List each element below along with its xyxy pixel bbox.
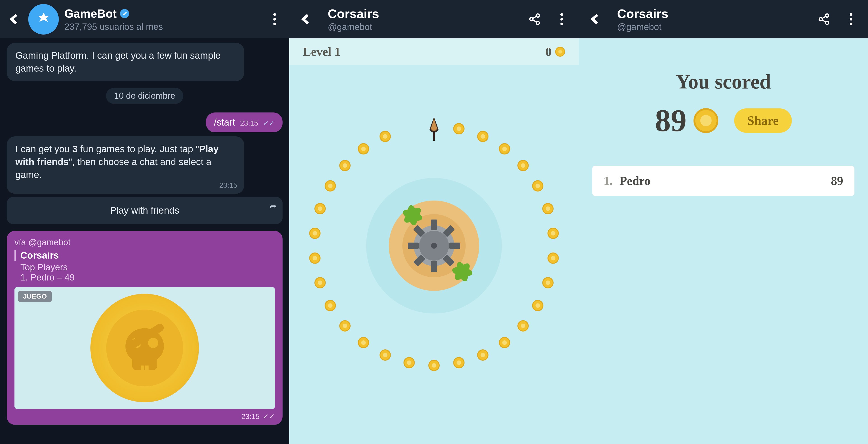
orbit-coin — [339, 160, 350, 171]
start-command: /start — [214, 117, 235, 128]
orbit-coin — [358, 143, 369, 155]
back-icon[interactable] — [588, 11, 603, 27]
svg-point-21 — [850, 18, 852, 21]
orbit-coin — [477, 131, 489, 142]
start-time: 23:15 — [240, 119, 258, 127]
orbit-coin — [339, 320, 350, 332]
header-title-block[interactable]: Corsairs @gamebot — [328, 6, 515, 32]
via-label: vía @gamebot — [14, 238, 275, 247]
svg-point-22 — [850, 23, 852, 25]
orbit-coin — [403, 357, 415, 368]
orbit-coin — [358, 337, 369, 348]
share-icon[interactable] — [527, 11, 542, 27]
game-preview[interactable]: JUEGO — [14, 287, 275, 409]
bot-subtitle: 237,795 usuarios al mes — [64, 22, 267, 32]
ship-icon — [423, 117, 445, 142]
rank: 1. — [603, 174, 613, 188]
island — [389, 201, 479, 291]
orbit-coin — [428, 360, 440, 371]
more-icon[interactable] — [267, 11, 283, 27]
more-icon[interactable] — [554, 11, 569, 27]
you-scored-label: You scored — [592, 70, 855, 93]
palm-tree-icon — [402, 205, 423, 226]
date-separator: 10 de diciembre — [106, 88, 183, 104]
orbit-coin — [379, 349, 391, 361]
orbit-coin — [453, 357, 465, 368]
score-body: You scored 89 Share 1. Pedro 89 — [579, 38, 868, 196]
bot-intro-message[interactable]: Gaming Platform. I can get you a few fun… — [7, 43, 244, 81]
card-time: 23:15 ✓✓ — [241, 412, 275, 421]
game-title: Corsairs — [14, 250, 275, 261]
orbit-coin — [532, 180, 544, 192]
coin-skull-icon — [90, 294, 199, 402]
palm-tree-icon — [452, 262, 472, 282]
score-panel: Corsairs @gamebot You scored 89 Share 1.… — [579, 0, 868, 444]
svg-point-9 — [560, 23, 563, 25]
orbit-coin — [477, 349, 489, 361]
score-line: 89 Share — [592, 102, 855, 139]
fortress-icon — [414, 226, 454, 266]
orbit-coin — [309, 228, 320, 239]
share-button[interactable]: Share — [734, 108, 792, 133]
chat-body: Gaming Platform. I can get you a few fun… — [0, 38, 289, 444]
instruction-time: 23:15 — [219, 180, 237, 190]
bot-name: GameBot — [64, 7, 117, 20]
svg-point-20 — [850, 13, 852, 16]
header-title-block[interactable]: Corsairs @gamebot — [617, 6, 805, 32]
svg-point-17 — [826, 14, 829, 17]
top-score-line: 1. Pedro – 49 — [14, 272, 275, 282]
current-score: 0 — [546, 45, 565, 59]
player-score: 89 — [831, 174, 843, 188]
game-level-panel: Corsairs @gamebot Level 1 0 — [289, 0, 579, 444]
bot-avatar[interactable] — [28, 4, 59, 35]
game-title: Corsairs — [617, 6, 805, 21]
svg-point-1 — [273, 18, 276, 21]
game-subtitle: @gamebot — [328, 22, 515, 32]
level-bar: Level 1 0 — [289, 38, 579, 65]
leaderboard-row[interactable]: 1. Pedro 89 — [592, 166, 855, 196]
play-with-friends-button[interactable]: Play with friends ➦ — [7, 197, 283, 224]
svg-point-4 — [536, 14, 539, 17]
orbit-coin — [548, 252, 559, 264]
svg-point-8 — [560, 18, 563, 21]
orbit-coin — [314, 203, 326, 214]
forward-icon[interactable]: ➦ — [270, 201, 277, 211]
player-name: Pedro — [620, 174, 831, 188]
game-badge: JUEGO — [18, 291, 52, 302]
orbit-coin — [324, 180, 336, 192]
svg-rect-10 — [433, 131, 435, 141]
game-header: Corsairs @gamebot — [289, 0, 579, 38]
coin-icon — [693, 108, 718, 133]
orbit-coin — [532, 300, 544, 311]
final-score: 89 — [655, 102, 687, 139]
orbit-coin — [499, 337, 510, 348]
chat-title-block[interactable]: GameBot 237,795 usuarios al mes — [64, 7, 267, 32]
game-card[interactable]: vía @gamebot Corsairs Top Players 1. Ped… — [7, 231, 283, 425]
orbit-coin — [324, 300, 336, 311]
verified-icon — [120, 9, 129, 18]
user-start-message[interactable]: /start 23:15 ✓✓ — [206, 112, 283, 132]
orbit-coin — [453, 123, 465, 134]
orbit-coin — [379, 131, 391, 142]
svg-point-2 — [273, 23, 276, 25]
bot-instruction-message[interactable]: I can get you 3 fun games to play. Just … — [7, 136, 244, 194]
share-icon[interactable] — [816, 11, 832, 27]
svg-point-0 — [273, 13, 276, 16]
svg-point-5 — [530, 18, 533, 21]
svg-point-18 — [819, 18, 822, 21]
game-arena[interactable] — [289, 65, 579, 426]
back-icon[interactable] — [298, 11, 314, 27]
orbit-coin — [518, 320, 529, 332]
svg-point-6 — [536, 21, 539, 24]
level-label: Level 1 — [303, 45, 340, 59]
svg-point-19 — [826, 21, 829, 24]
orbit-coin — [499, 143, 510, 155]
read-checks-icon: ✓✓ — [263, 412, 275, 421]
chat-header: GameBot 237,795 usuarios al mes — [0, 0, 289, 38]
game-subtitle: @gamebot — [617, 22, 805, 32]
back-icon[interactable] — [7, 11, 23, 27]
more-icon[interactable] — [843, 11, 859, 27]
chat-panel: GameBot 237,795 usuarios al mes Gaming P… — [0, 0, 289, 444]
read-checks-icon: ✓✓ — [263, 119, 274, 127]
orbit-coin — [314, 277, 326, 288]
